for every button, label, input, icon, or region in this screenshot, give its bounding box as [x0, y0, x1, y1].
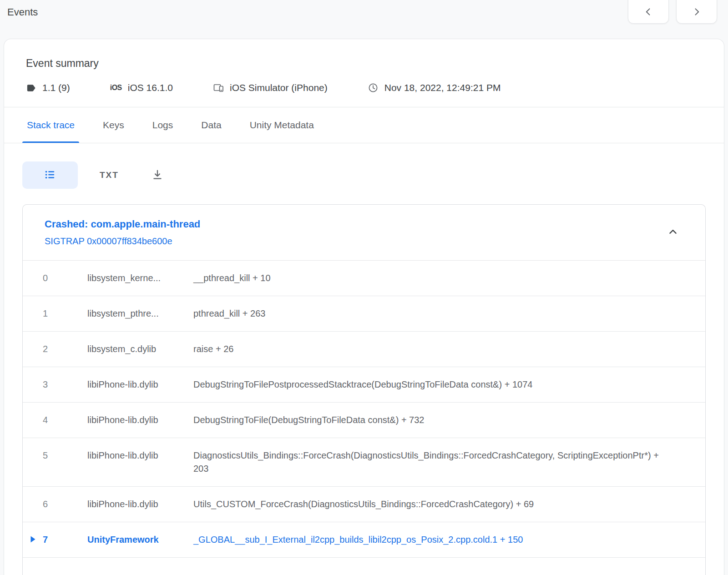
tab[interactable]: Keys	[98, 107, 129, 143]
next-event-button[interactable]	[676, 0, 717, 24]
stack-frames: 0 libsystem_kerne... __pthread_kill + 10…	[23, 260, 705, 557]
frame-symbol: DebugStringToFilePostprocessedStacktrace…	[193, 378, 664, 391]
collapse-thread-button[interactable]	[666, 226, 680, 239]
version-value: 1.1 (9)	[42, 82, 70, 93]
stack-frame-row[interactable]: 3 libiPhone-lib.dylib DebugStringToFileP…	[23, 367, 705, 402]
os-meta: iOS iOS 16.1.0	[110, 82, 173, 93]
device-meta: iOS Simulator (iPhone)	[213, 82, 328, 93]
event-detail-card: Event summary 1.1 (9) iOS iOS 16.1.0	[4, 39, 724, 575]
frame-binary: libiPhone-lib.dylib	[87, 498, 193, 510]
list-view-button[interactable]	[22, 161, 78, 189]
tab-label: Keys	[103, 120, 124, 131]
tab[interactable]: Logs	[148, 107, 178, 143]
crash-thread-title: Crashed: com.apple.main-thread	[45, 218, 200, 230]
version-meta: 1.1 (9)	[26, 82, 70, 93]
device-value: iOS Simulator (iPhone)	[230, 82, 328, 93]
frame-index: 5	[43, 449, 87, 462]
tab[interactable]: Stack trace	[22, 107, 79, 143]
tab-label: Data	[201, 120, 221, 131]
download-button[interactable]	[152, 169, 163, 182]
frame-index: 1	[43, 307, 87, 320]
frame-index: 3	[43, 378, 87, 391]
frame-index: 4	[43, 414, 87, 426]
ios-icon: iOS	[110, 84, 122, 92]
chevron-left-icon	[644, 7, 653, 18]
frame-index: 7	[43, 533, 87, 546]
os-value: iOS 16.1.0	[128, 82, 173, 93]
previous-event-button[interactable]	[628, 0, 669, 24]
frame-binary: libsystem_c.dylib	[87, 343, 193, 355]
frame-binary: libsystem_pthre...	[87, 307, 193, 320]
stack-frame-row-partial	[23, 557, 705, 575]
frame-expand-icon	[23, 272, 43, 282]
frame-symbol: _GLOBAL__sub_I_External_il2cpp_builds_li…	[193, 533, 664, 546]
timestamp-meta: Nov 18, 2022, 12:49:21 PM	[368, 82, 501, 93]
tab[interactable]: Unity Metadata	[245, 107, 318, 143]
crash-thread-header: Crashed: com.apple.main-thread SIGTRAP 0…	[23, 205, 705, 260]
event-tabs: Stack trace Keys Logs Data Unity Metadat…	[4, 107, 724, 143]
frame-expand-icon	[23, 533, 43, 543]
stack-frame-row[interactable]: 2 libsystem_c.dylib raise + 26	[23, 331, 705, 367]
frame-symbol: DebugStringToFile(DebugStringToFileData …	[193, 414, 664, 427]
frame-binary: libiPhone-lib.dylib	[87, 378, 193, 391]
tab-label: Unity Metadata	[250, 120, 314, 131]
event-summary-section: Event summary 1.1 (9) iOS iOS 16.1.0	[4, 39, 724, 107]
frame-expand-icon	[23, 307, 43, 317]
frame-symbol: Utils_CUSTOM_ForceCrash(DiagnosticsUtils…	[193, 498, 664, 511]
frame-symbol: pthread_kill + 263	[193, 307, 664, 320]
txt-view-button[interactable]: TXT	[100, 170, 119, 180]
crash-thread-titles: Crashed: com.apple.main-thread SIGTRAP 0…	[45, 218, 200, 247]
tab-label: Logs	[152, 120, 173, 131]
crash-signal: SIGTRAP 0x00007ff834be600e	[45, 236, 200, 247]
event-meta-row: 1.1 (9) iOS iOS 16.1.0 iOS Simulator (iP…	[26, 82, 702, 93]
download-icon	[152, 169, 163, 182]
events-header: Events	[0, 0, 728, 39]
frame-symbol: DiagnosticsUtils_Bindings::ForceCrash(Di…	[193, 449, 664, 475]
frame-index: 0	[43, 272, 87, 284]
clock-icon	[368, 82, 379, 93]
frame-expand-icon	[23, 343, 43, 353]
list-view-icon	[44, 169, 56, 182]
stack-frame-row[interactable]: 7 UnityFramework _GLOBAL__sub_I_External…	[23, 522, 705, 557]
frame-binary: libiPhone-lib.dylib	[87, 414, 193, 426]
frame-expand-icon	[23, 414, 43, 424]
crash-thread-panel: Crashed: com.apple.main-thread SIGTRAP 0…	[22, 204, 706, 575]
tab[interactable]: Data	[197, 107, 226, 143]
frame-symbol: __pthread_kill + 10	[193, 272, 664, 285]
chevron-up-icon	[666, 226, 680, 239]
stack-trace-toolbar: TXT	[4, 143, 724, 204]
chevron-right-icon	[692, 7, 701, 18]
stack-frame-row[interactable]: 0 libsystem_kerne... __pthread_kill + 10	[23, 260, 705, 296]
device-icon	[213, 82, 224, 93]
timestamp-value: Nov 18, 2022, 12:49:21 PM	[384, 82, 501, 93]
event-pagination	[628, 0, 717, 24]
frame-binary: libsystem_kerne...	[87, 272, 193, 284]
frame-index: 2	[43, 343, 87, 355]
tab-label: Stack trace	[27, 120, 75, 131]
event-summary-heading: Event summary	[26, 57, 702, 70]
stack-frame-row[interactable]: 1 libsystem_pthre... pthread_kill + 263	[23, 296, 705, 331]
frame-expand-icon	[23, 378, 43, 388]
stack-frame-row[interactable]: 6 libiPhone-lib.dylib Utils_CUSTOM_Force…	[23, 486, 705, 522]
page-title: Events	[7, 5, 38, 18]
version-tag-icon	[26, 83, 36, 93]
frame-expand-icon	[23, 449, 43, 459]
frame-binary: libiPhone-lib.dylib	[87, 449, 193, 462]
frame-index: 6	[43, 498, 87, 510]
stack-frame-row[interactable]: 4 libiPhone-lib.dylib DebugStringToFile(…	[23, 402, 705, 438]
frame-symbol: raise + 26	[193, 343, 664, 356]
frame-expand-icon	[23, 498, 43, 508]
stack-frame-row[interactable]: 5 libiPhone-lib.dylib DiagnosticsUtils_B…	[23, 438, 705, 486]
frame-binary: UnityFramework	[87, 533, 193, 546]
